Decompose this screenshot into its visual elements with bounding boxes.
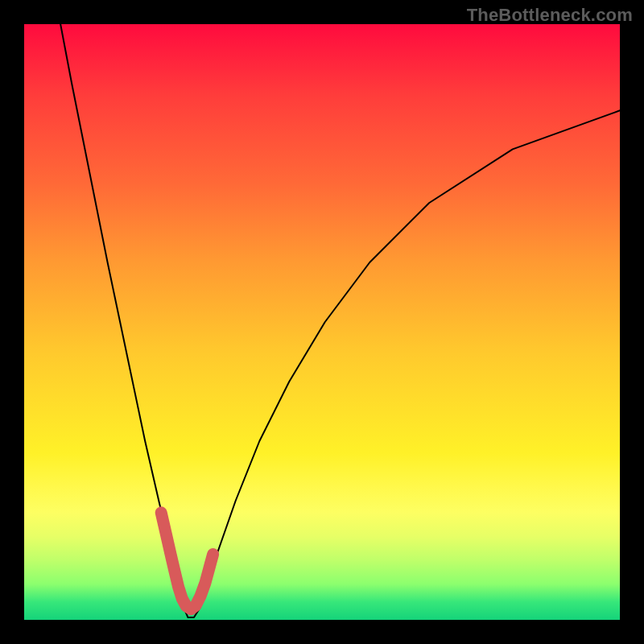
watermark-text: TheBottleneck.com [467,5,633,26]
bottleneck-chart [24,24,620,620]
highlight-band-path [161,513,213,609]
bottleneck-curve-path [60,24,620,617]
